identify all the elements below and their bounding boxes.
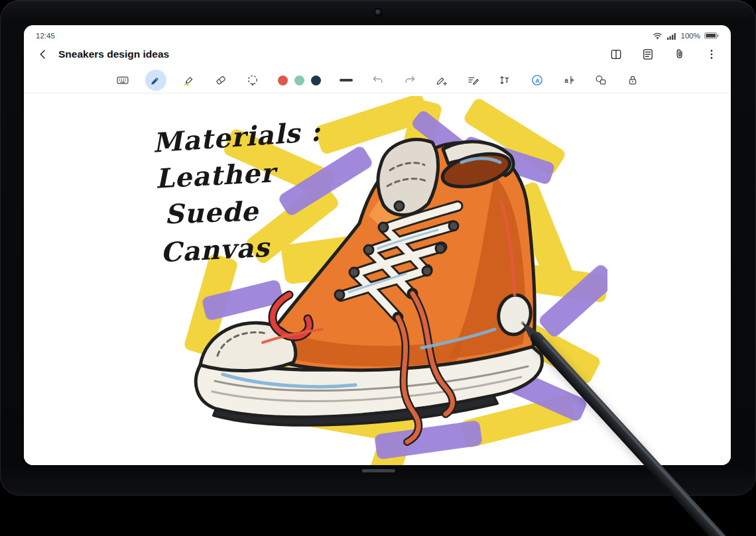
shapes-icon (594, 74, 607, 87)
eraser-tool-button[interactable] (212, 71, 230, 89)
keyboard-icon (116, 74, 129, 87)
highlighter-icon (182, 74, 196, 87)
handwriting-line-suede: Suede (164, 195, 259, 230)
battery-icon (704, 32, 719, 40)
battery-percent: 100% (681, 32, 700, 40)
redo-icon (403, 74, 416, 87)
pen-lock-icon (626, 74, 639, 87)
svg-text:a: a (564, 77, 568, 84)
wifi-icon (653, 32, 663, 40)
front-camera (375, 9, 381, 15)
lasso-select-tool-button[interactable] (243, 71, 262, 89)
more-options-button[interactable] (704, 47, 719, 62)
keyboard-tool-button[interactable] (113, 71, 132, 89)
pen-tool-button[interactable] (145, 70, 166, 91)
split-view-icon (609, 48, 623, 61)
cellular-signal-icon (667, 32, 677, 40)
text-size-icon: T (499, 74, 512, 87)
clock: 12:45 (36, 32, 55, 40)
redo-button[interactable] (401, 71, 419, 89)
color-swatches (278, 76, 321, 85)
home-indicator (362, 469, 395, 472)
convert-to-text-button[interactable]: A (528, 71, 546, 89)
pen-icon (149, 74, 162, 87)
add-pen-tool-button[interactable] (432, 71, 451, 89)
status-bar: 12:45 (24, 25, 731, 41)
attachment-button[interactable] (672, 47, 687, 62)
color-swatch-navy[interactable] (311, 76, 321, 85)
svg-text:T: T (505, 77, 509, 84)
text-size-tool-button[interactable]: T (496, 71, 515, 89)
note-title: Sneakers design ideas (58, 48, 169, 60)
eraser-icon (214, 74, 227, 87)
text-align-tool-button[interactable]: a (560, 71, 578, 89)
handwriting-line-canvas: Canvas (160, 231, 271, 268)
convert-to-text-icon: A (531, 74, 544, 87)
add-pen-icon (435, 74, 448, 87)
undo-button[interactable] (369, 71, 387, 89)
color-swatch-mint[interactable] (294, 76, 304, 85)
more-options-icon (705, 48, 718, 61)
back-button[interactable] (36, 47, 50, 62)
straighten-handwriting-button[interactable] (464, 71, 483, 89)
shape-recognition-button[interactable] (592, 71, 610, 89)
undo-icon (371, 74, 385, 87)
color-swatch-coral[interactable] (278, 76, 288, 85)
lasso-icon (246, 74, 259, 87)
app-bar: Sneakers design ideas (24, 41, 731, 68)
tablet-screen: 12:45 (24, 25, 731, 465)
tablet-body: 12:45 (0, 0, 756, 496)
screenshot-root: 12:45 (0, 0, 756, 536)
text-align-icon: a (562, 74, 576, 87)
split-view-button[interactable] (609, 47, 623, 62)
pen-lock-button[interactable] (623, 71, 642, 89)
highlighter-tool-button[interactable] (180, 71, 198, 89)
page-list-button[interactable] (641, 47, 655, 62)
stroke-width-icon (340, 79, 353, 82)
svg-text:A: A (535, 77, 539, 84)
document-icon (641, 48, 655, 61)
drawing-toolbar: T A a (24, 68, 731, 93)
stroke-width-button[interactable] (337, 71, 355, 89)
straighten-icon (467, 74, 480, 87)
note-canvas[interactable]: Materials : Leather Suede Canvas (24, 93, 731, 465)
handwriting-line-leather: Leather (155, 156, 276, 193)
attachment-icon (673, 48, 686, 61)
back-icon (36, 48, 50, 61)
